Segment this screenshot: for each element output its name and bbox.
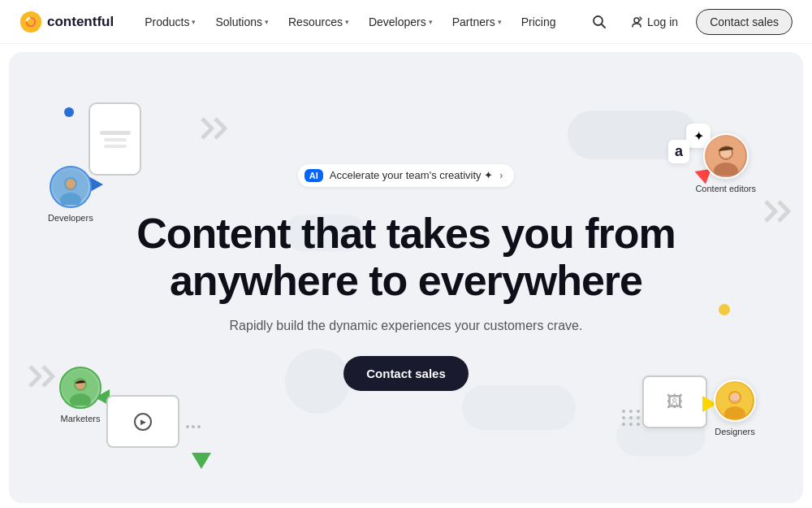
developers-label: Developers [48, 213, 93, 223]
designers-card: Designers [714, 380, 756, 436]
video-mockup: ▶ [106, 395, 179, 448]
hero-title: Content that takes you from anywhere to … [136, 210, 676, 304]
chevron-down-icon: ▾ [265, 18, 269, 26]
decorative-blob [462, 385, 576, 430]
play-icon: ▶ [134, 413, 152, 431]
decorative-dots [186, 425, 201, 428]
content-editors-label: Content editors [695, 184, 756, 193]
contact-sales-cta[interactable]: Contact sales [343, 356, 469, 391]
marketers-card: Marketers [59, 367, 102, 423]
nav-solutions[interactable]: Solutions ▾ [207, 11, 277, 33]
decorative-chevrons [25, 363, 58, 389]
avatar [59, 367, 102, 409]
text-cursor-card: a [668, 140, 689, 163]
contact-sales-button[interactable]: Contact sales [696, 9, 793, 35]
down-arrow-icon [192, 453, 211, 469]
main-nav: contentful Products ▾ Solutions ▾ Resour… [0, 0, 812, 44]
nav-partners[interactable]: Partners ▾ [444, 11, 510, 33]
ai-label: AI [304, 169, 323, 182]
decorative-chevrons [761, 198, 793, 224]
hero-content: AI Accelerate your team's creativity ✦ ›… [136, 164, 676, 391]
hero-subtitle: Rapidly build the dynamic experiences yo… [230, 319, 583, 333]
avatar [714, 380, 756, 422]
image-icon: 🖼 [667, 393, 683, 411]
marketers-label: Marketers [61, 414, 101, 423]
ai-badge[interactable]: AI Accelerate your team's creativity ✦ › [298, 164, 514, 187]
designers-label: Designers [715, 427, 755, 436]
developers-card: Developers [48, 166, 93, 223]
chevron-down-icon: ▾ [345, 18, 349, 26]
nav-resources[interactable]: Resources ▾ [280, 11, 357, 33]
svg-point-1 [594, 16, 603, 25]
chevron-down-icon: ▾ [498, 18, 502, 26]
login-button[interactable]: Log in [622, 11, 686, 33]
content-editors-card: Content editors [695, 133, 756, 193]
decorative-line [100, 131, 131, 135]
logo[interactable]: contentful [19, 11, 114, 33]
nav-pricing[interactable]: Pricing [513, 11, 564, 33]
search-icon[interactable] [586, 9, 612, 35]
decorative-dot [719, 304, 730, 315]
logo-text: contentful [47, 14, 114, 30]
nav-products[interactable]: Products ▾ [136, 11, 204, 33]
svg-point-18 [730, 393, 740, 402]
svg-point-2 [634, 18, 639, 23]
decorative-line [104, 138, 127, 141]
chevron-right-icon: › [499, 170, 503, 181]
decorative-dots [622, 410, 641, 426]
chevron-down-icon: ▾ [192, 18, 196, 26]
avatar [703, 133, 749, 179]
hero-section: Developers ✦ a Content editors AI Acce [9, 52, 803, 503]
ai-badge-text: Accelerate your team's creativity ✦ [330, 169, 493, 181]
avatar [50, 166, 92, 208]
chevron-down-icon: ▾ [429, 18, 433, 26]
decorative-dot [64, 107, 74, 117]
nav-developers[interactable]: Developers ▾ [361, 11, 441, 33]
decorative-line [104, 145, 127, 148]
phone-mockup [89, 102, 141, 176]
nav-links: Products ▾ Solutions ▾ Resources ▾ Devel… [136, 11, 586, 33]
decorative-chevrons [197, 115, 230, 145]
nav-actions: Log in Contact sales [586, 9, 793, 35]
svg-point-0 [20, 11, 41, 32]
